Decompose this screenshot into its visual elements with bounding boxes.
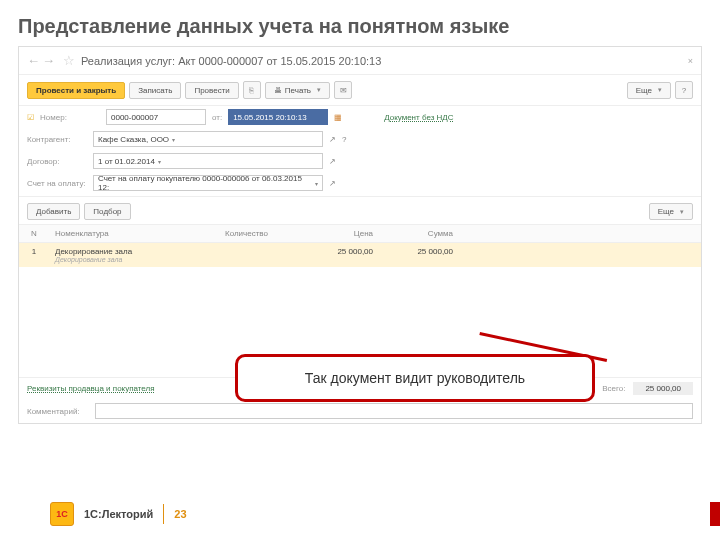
info-icon[interactable]: ? [342,135,346,144]
table-row[interactable]: 1 Декорирование зала Декорирование зала … [19,243,701,267]
slide-title: Представление данных учета на понятном я… [0,0,720,46]
email-icon[interactable]: ✉ [334,81,352,99]
th-n: N [19,225,49,242]
select-items-button[interactable]: Подбор [84,203,130,220]
cell-n: 1 [19,243,49,267]
callout-connector [480,332,610,356]
contract-input[interactable]: 1 от 01.02.2014 [93,153,323,169]
doc-title: Реализация услуг: Акт 0000-000007 от 15.… [81,55,381,67]
doc-header: ←→ ☆ Реализация услуг: Акт 0000-000007 о… [19,47,701,75]
add-row-button[interactable]: Добавить [27,203,80,220]
red-accent [710,502,720,526]
open-icon-2[interactable]: ↗ [329,157,336,166]
logo-1c-icon: 1C [50,502,74,526]
comment-label: Комментарий: [27,407,87,416]
footer-brand: 1С:Лекторий [84,508,153,520]
cell-nom: Декорирование зала Декорирование зала [49,243,219,267]
calendar-icon[interactable]: ▦ [334,113,342,122]
structure-icon[interactable]: ⎘ [243,81,261,99]
total-label: Всего: [602,384,625,393]
favorite-star-icon[interactable]: ☆ [63,53,75,68]
seller-buyer-link[interactable]: Реквизиты продавца и покупателя [27,384,155,393]
nav-arrows[interactable]: ←→ [27,53,57,68]
cell-qty [219,243,299,267]
post-button[interactable]: Провести [185,82,238,99]
invoice-label: Счет на оплату: [27,179,87,188]
slide-footer: 1C 1С:Лекторий 23 [50,502,187,526]
cell-sum: 25 000,00 [379,243,459,267]
open-icon[interactable]: ↗ [329,135,336,144]
date-input[interactable]: 15.05.2015 20:10:13 [228,109,328,125]
th-nom: Номенклатура [49,225,219,242]
save-button[interactable]: Записать [129,82,181,99]
close-icon[interactable]: × [688,56,693,66]
help-button[interactable]: ? [675,81,693,99]
number-label: Номер: [40,113,100,122]
contractor-label: Контрагент: [27,135,87,144]
post-close-button[interactable]: Провести и закрыть [27,82,125,99]
th-sum: Сумма [379,225,459,242]
annotation-callout: Так документ видит руководитель [235,354,595,402]
table-toolbar: Добавить Подбор Еще [19,199,701,224]
th-qty: Количество [219,225,299,242]
main-toolbar: Провести и закрыть Записать Провести ⎘ 🖶… [19,75,701,106]
invoice-input[interactable]: Счет на оплату покупателю 0000-000006 от… [93,175,323,191]
open-icon-3[interactable]: ↗ [329,179,336,188]
cell-price: 25 000,00 [299,243,379,267]
comment-input[interactable] [95,403,693,419]
number-input[interactable]: 0000-000007 [106,109,206,125]
th-price: Цена [299,225,379,242]
contractor-input[interactable]: Кафе Сказка, ООО [93,131,323,147]
page-number: 23 [174,508,186,520]
posted-icon: ☑ [27,113,34,122]
total-value: 25 000,00 [633,382,693,395]
print-button[interactable]: 🖶Печать [265,82,330,99]
contract-label: Договор: [27,157,87,166]
from-label: от: [212,113,222,122]
footer-row-2: Комментарий: [19,399,701,423]
no-vat-link[interactable]: Документ без НДС [384,113,453,122]
more-button[interactable]: Еще [627,82,671,99]
table-more-button[interactable]: Еще [649,203,693,220]
